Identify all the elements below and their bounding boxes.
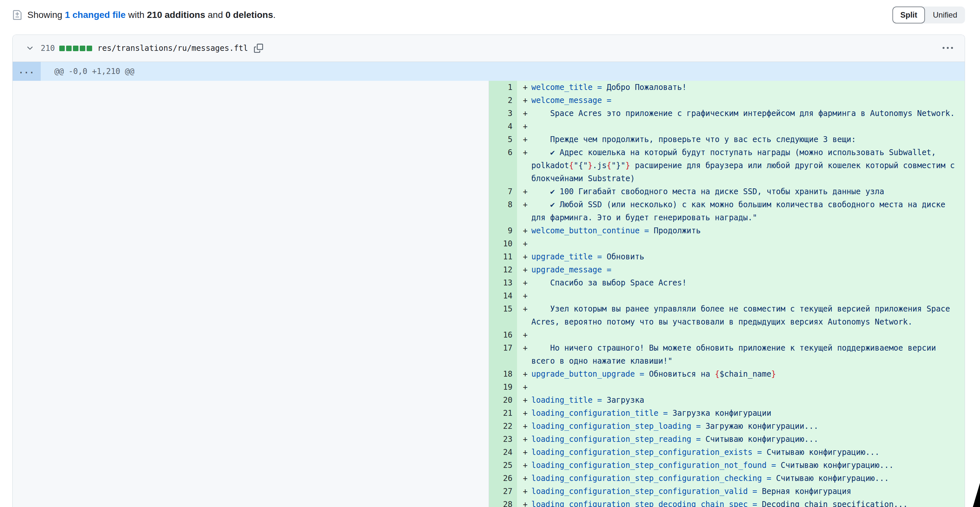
- code-line: +welcome_message =: [517, 94, 965, 107]
- line-number[interactable]: 5: [489, 133, 517, 146]
- line-number[interactable]: 10: [489, 237, 517, 250]
- addition-sign: +: [523, 328, 527, 341]
- code-segment: upgrade_message: [531, 265, 602, 274]
- line-number[interactable]: 3: [489, 107, 517, 120]
- line-number[interactable]: 18: [489, 368, 517, 381]
- line-number[interactable]: 26: [489, 472, 517, 485]
- code-line: +: [517, 237, 965, 250]
- chevron-down-icon[interactable]: [26, 44, 34, 53]
- addition-sign: +: [523, 94, 527, 107]
- diff-line: 3+ Space Acres это приложение с графичес…: [489, 107, 965, 120]
- diff-line: 22+loading_configuration_step_loading = …: [489, 420, 965, 433]
- addition-sign: +: [523, 472, 527, 485]
- code-line: +upgrade_title = Обновить: [517, 250, 965, 263]
- line-number[interactable]: 27: [489, 485, 517, 498]
- addition-sign: +: [523, 381, 527, 394]
- addition-sign: +: [523, 146, 527, 159]
- code-segment: ✔ Любой SSD (или несколько) с как можно …: [531, 200, 945, 222]
- diff-line: 6+ ✔ Адрес кошелька на который будут пос…: [489, 146, 965, 185]
- line-number[interactable]: 8: [489, 198, 517, 224]
- code-line: + ✔ Любой SSD (или несколько) с как можн…: [517, 198, 965, 224]
- code-line: +loading_configuration_step_decoding_cha…: [517, 498, 965, 507]
- hunk-header: ... @@ -0,0 +1,210 @@: [13, 62, 965, 81]
- addition-sign: +: [523, 107, 527, 120]
- code-segment: loading_configuration_step_loading: [531, 422, 691, 431]
- code-segment: loading_configuration_step_configuration…: [531, 474, 762, 483]
- code-segment: Верная конфигурация: [762, 487, 851, 496]
- file-path: res/translations/ru/messages.ftl: [97, 44, 248, 53]
- addition-sign: +: [523, 433, 527, 446]
- additions-count: 210 additions: [147, 10, 205, 20]
- line-number[interactable]: 21: [489, 407, 517, 420]
- line-number[interactable]: 16: [489, 328, 517, 341]
- diffstat-square: [87, 46, 92, 51]
- expand-hunk-button[interactable]: ...: [13, 62, 41, 81]
- addition-sign: +: [523, 224, 527, 237]
- code-segment: =: [691, 435, 705, 444]
- code-segment: =: [762, 474, 776, 483]
- line-number[interactable]: 13: [489, 276, 517, 289]
- code-segment: loading_configuration_step_decoding_chai…: [531, 500, 748, 507]
- addition-sign: +: [523, 485, 527, 498]
- code-segment: Добро Пожаловать!: [606, 83, 687, 92]
- diff-line: 14+: [489, 289, 965, 302]
- line-number[interactable]: 25: [489, 459, 517, 472]
- changed-files-link[interactable]: 1 changed file: [65, 10, 126, 20]
- code-segment: =: [752, 448, 767, 457]
- file-diff-icon[interactable]: [13, 10, 22, 20]
- code-segment: {: [715, 370, 719, 379]
- code-line: +loading_title = Загрузка: [517, 394, 965, 407]
- line-number[interactable]: 7: [489, 185, 517, 198]
- code-segment: Загрузка: [606, 395, 644, 405]
- code-line: +welcome_title = Добро Пожаловать!: [517, 81, 965, 94]
- diffstat-square: [73, 46, 78, 51]
- code-segment: loading_configuration_step_configuration…: [531, 487, 748, 496]
- line-number[interactable]: 22: [489, 420, 517, 433]
- line-number[interactable]: 4: [489, 120, 517, 133]
- line-number[interactable]: 17: [489, 341, 517, 368]
- line-number[interactable]: 6: [489, 146, 517, 185]
- summary-text: Showing: [27, 10, 65, 20]
- code-line: +loading_configuration_title = Загрузка …: [517, 407, 965, 420]
- addition-sign: +: [523, 120, 527, 133]
- addition-sign: +: [523, 81, 527, 94]
- code-segment: {: [569, 161, 574, 170]
- code-line: +loading_configuration_step_configuratio…: [517, 472, 965, 485]
- line-number[interactable]: 19: [489, 381, 517, 394]
- diff-view-toggle: Split Unified: [892, 6, 965, 24]
- diff-line: 7+ ✔ 100 Гигабайт свободного места на ди…: [489, 185, 965, 198]
- line-number[interactable]: 23: [489, 433, 517, 446]
- line-number[interactable]: 9: [489, 224, 517, 237]
- split-view-button[interactable]: Split: [892, 6, 925, 24]
- copy-icon[interactable]: [254, 44, 263, 53]
- code-segment: welcome_button_continue: [531, 226, 640, 235]
- code-segment: =: [593, 252, 606, 261]
- diffstat: [59, 46, 92, 51]
- kebab-menu-icon[interactable]: [943, 43, 953, 53]
- code-segment: welcome_title: [531, 83, 593, 92]
- line-number[interactable]: 2: [489, 94, 517, 107]
- line-number[interactable]: 15: [489, 302, 517, 328]
- line-number[interactable]: 14: [489, 289, 517, 302]
- line-number[interactable]: 12: [489, 263, 517, 276]
- line-number[interactable]: 11: [489, 250, 517, 263]
- diff-line: 27+loading_configuration_step_configurat…: [489, 485, 965, 498]
- addition-sign: +: [523, 198, 527, 211]
- code-line: +loading_configuration_step_loading = За…: [517, 420, 965, 433]
- code-segment: $chain_name: [719, 370, 771, 379]
- line-number[interactable]: 20: [489, 394, 517, 407]
- line-number[interactable]: 1: [489, 81, 517, 94]
- diff-split-view: 1+welcome_title = Добро Пожаловать!2+wel…: [13, 81, 965, 507]
- code-line: + ✔ Адрес кошелька на который будут пост…: [517, 146, 965, 185]
- line-number[interactable]: 28: [489, 498, 517, 507]
- diffstat-square: [80, 46, 85, 51]
- code-segment: loading_configuration_title: [531, 408, 658, 418]
- diff-line: 26+loading_configuration_step_configurat…: [489, 472, 965, 485]
- code-segment: =: [767, 461, 780, 470]
- diff-line: 16+: [489, 328, 965, 341]
- code-line: +welcome_button_continue = Продолжить: [517, 224, 965, 237]
- unified-view-button[interactable]: Unified: [925, 6, 965, 24]
- code-segment: Но ничего страшного! Вы можете обновить …: [531, 343, 936, 365]
- line-number[interactable]: 24: [489, 446, 517, 459]
- file-header: 210 res/translations/ru/messages.ftl: [13, 35, 965, 62]
